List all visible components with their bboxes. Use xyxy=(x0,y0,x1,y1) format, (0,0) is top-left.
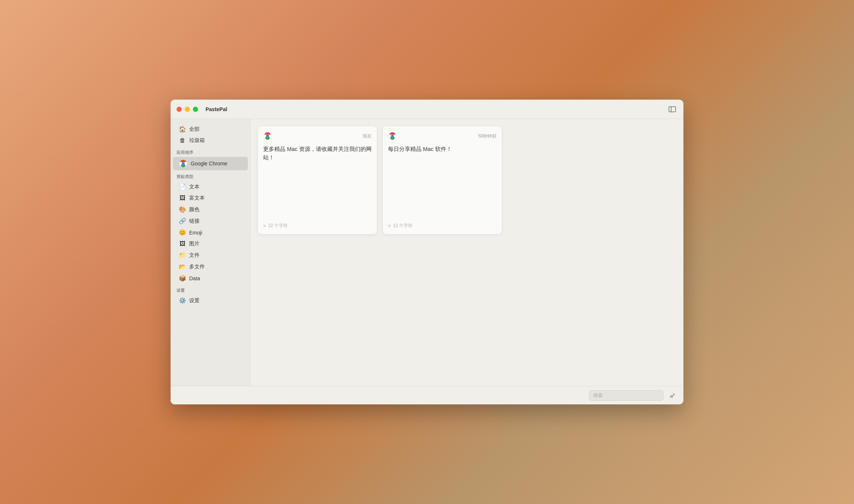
pin-button[interactable] xyxy=(667,390,677,401)
card-1-char-count: 22 个字符 xyxy=(268,223,288,229)
clipboard-card-2[interactable]: 50秒钟前 每日分享精品 Mac 软件！ ≡ 12 个字符 xyxy=(383,126,502,234)
sidebar-item-image[interactable]: 🖼 图片 xyxy=(173,238,248,249)
settings-section-label: 设置 xyxy=(171,284,250,295)
card-1-content: 更多精品 Mac 资源，请收藏并关注我们的网站！ xyxy=(263,145,372,215)
text-icon: 📄 xyxy=(179,183,186,190)
main-content: 🏠 全部 🗑 垃圾箱 应用程序 Google Chrome xyxy=(171,119,683,386)
traffic-lights xyxy=(177,107,198,112)
card-2-app-icon xyxy=(388,132,397,140)
gear-icon: ⚙️ xyxy=(179,297,186,304)
sidebar-item-chrome-label: Google Chrome xyxy=(191,161,227,167)
sidebar-item-color[interactable]: 🎨 颜色 xyxy=(173,204,248,215)
sidebar-item-link-label: 链接 xyxy=(189,218,200,224)
card-2-header: 50秒钟前 xyxy=(388,132,496,140)
link-icon: 🔗 xyxy=(179,217,186,224)
cards-grid: 现在 更多精品 Mac 资源，请收藏并关注我们的网站！ ≡ 22 个字符 xyxy=(258,126,676,234)
card-1-timestamp: 现在 xyxy=(363,133,372,139)
sidebar-item-multi-file-label: 多文件 xyxy=(189,264,205,270)
sidebar-item-trash-label: 垃圾箱 xyxy=(189,137,205,144)
sidebar-item-google-chrome[interactable]: Google Chrome xyxy=(173,157,248,170)
clipboard-card-1[interactable]: 现在 更多精品 Mac 资源，请收藏并关注我们的网站！ ≡ 22 个字符 xyxy=(258,126,377,234)
sidebar-item-all[interactable]: 🏠 全部 xyxy=(173,123,248,135)
sidebar-toggle-button[interactable] xyxy=(667,105,677,113)
color-icon: 🎨 xyxy=(179,206,186,213)
multi-file-icon: 📂 xyxy=(179,263,186,270)
sidebar-item-data-label: Data xyxy=(189,275,200,281)
sidebar-item-text[interactable]: 📄 文本 xyxy=(173,181,248,193)
apps-section-label: 应用程序 xyxy=(171,146,250,157)
emoji-icon: 😊 xyxy=(179,229,186,236)
sidebar-item-image-label: 图片 xyxy=(189,240,200,247)
house-icon: 🏠 xyxy=(179,126,186,133)
sidebar-item-file-label: 文件 xyxy=(189,252,200,259)
file-icon: 📁 xyxy=(179,252,186,259)
content-area: 现在 更多精品 Mac 资源，请收藏并关注我们的网站！ ≡ 22 个字符 xyxy=(250,119,683,386)
sidebar-item-data[interactable]: 📦 Data xyxy=(173,272,248,284)
trash-icon: 🗑 xyxy=(179,137,186,144)
maximize-button[interactable] xyxy=(193,107,198,112)
sidebar: 🏠 全部 🗑 垃圾箱 应用程序 Google Chrome xyxy=(171,119,250,386)
app-title: PastePal xyxy=(206,106,227,112)
char-count-icon-2: ≡ xyxy=(388,223,391,229)
chrome-icon xyxy=(179,159,188,168)
rich-text-icon: 🖼 xyxy=(179,195,186,201)
sidebar-item-settings[interactable]: ⚙️ 设置 xyxy=(173,295,248,306)
image-icon: 🖼 xyxy=(179,240,186,247)
sidebar-item-link[interactable]: 🔗 链接 xyxy=(173,215,248,227)
sidebar-item-settings-label: 设置 xyxy=(189,297,200,304)
sidebar-item-emoji-label: Emoji xyxy=(189,230,202,236)
pin-icon xyxy=(669,392,675,398)
card-1-footer: ≡ 22 个字符 xyxy=(263,220,372,229)
sidebar-item-file[interactable]: 📁 文件 xyxy=(173,249,248,261)
search-input[interactable] xyxy=(589,390,663,401)
card-2-content: 每日分享精品 Mac 软件！ xyxy=(388,145,496,215)
char-count-icon-1: ≡ xyxy=(263,223,266,229)
app-window: PastePal 🏠 全部 🗑 垃圾箱 应用程序 xyxy=(171,100,683,404)
card-1-header: 现在 xyxy=(263,132,372,140)
sidebar-item-multi-file[interactable]: 📂 多文件 xyxy=(173,261,248,272)
card-2-footer: ≡ 12 个字符 xyxy=(388,220,496,229)
sidebar-item-text-label: 文本 xyxy=(189,184,200,190)
card-1-app-icon xyxy=(263,132,272,140)
titlebar: PastePal xyxy=(171,100,683,119)
svg-line-5 xyxy=(670,397,671,398)
sidebar-item-emoji[interactable]: 😊 Emoji xyxy=(173,227,248,238)
svg-rect-0 xyxy=(669,107,676,112)
minimize-button[interactable] xyxy=(185,107,190,112)
sidebar-item-trash[interactable]: 🗑 垃圾箱 xyxy=(173,135,248,146)
data-icon: 📦 xyxy=(179,275,186,282)
bottom-bar xyxy=(171,386,683,404)
sidebar-item-all-label: 全部 xyxy=(189,126,200,133)
types-section-label: 剪贴类型 xyxy=(171,170,250,181)
sidebar-item-rich-text-label: 富文本 xyxy=(189,195,205,201)
sidebar-item-rich-text[interactable]: 🖼 富文本 xyxy=(173,193,248,204)
close-button[interactable] xyxy=(177,107,182,112)
sidebar-item-color-label: 颜色 xyxy=(189,206,200,213)
card-2-char-count: 12 个字符 xyxy=(393,223,413,229)
card-2-timestamp: 50秒钟前 xyxy=(478,133,496,139)
